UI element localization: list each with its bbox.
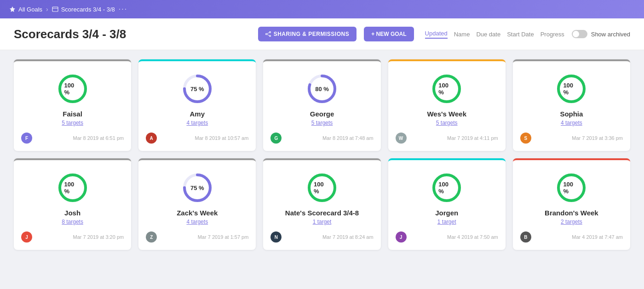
card-targets[interactable]: 8 targets — [62, 219, 83, 225]
card-avatar: A — [146, 133, 157, 144]
page-title: Scorecards 3/4 - 3/8 — [14, 27, 251, 41]
scorecard-card: 100 % Nate's Scorecard 3/4-8 1 target N … — [263, 158, 380, 250]
svg-line-6 — [267, 33, 269, 34]
card-name: Amy — [190, 110, 205, 118]
card-name: Wes's Week — [427, 110, 466, 118]
svg-point-5 — [269, 35, 270, 37]
scorecard-card: 100 % Josh 8 targets J Mar 7 2019 at 3:2… — [14, 158, 131, 250]
new-goal-button[interactable]: + NEW GOAL — [364, 27, 414, 41]
card-targets[interactable]: 5 targets — [311, 120, 333, 126]
top-nav: All Goals › Scorecards 3/4 - 3/8 ··· — [0, 0, 644, 18]
card-avatar: W — [396, 133, 407, 144]
card-date: Mar 8 2019 at 10:57 am — [161, 135, 248, 141]
card-targets[interactable]: 4 targets — [186, 219, 208, 225]
card-avatar: S — [520, 133, 531, 144]
card-targets[interactable]: 2 targets — [561, 219, 582, 225]
svg-point-4 — [265, 34, 267, 35]
card-targets[interactable]: 5 targets — [436, 120, 458, 126]
scorecard-card: 100 % Sophia 4 targets S Mar 7 2019 at 3… — [513, 59, 630, 151]
sort-updated[interactable]: Updated — [425, 30, 448, 39]
cards-grid: 100 % Faisal 5 targets F Mar 8 2019 at 6… — [0, 50, 644, 259]
svg-rect-1 — [52, 7, 58, 12]
card-avatar: J — [396, 231, 407, 243]
all-goals-nav[interactable]: All Goals — [9, 6, 42, 13]
scorecard-card: 100 % Wes's Week 5 targets W Mar 7 2019 … — [388, 59, 506, 151]
page-header: Scorecards 3/4 - 3/8 SHARING & PERMISSIO… — [0, 18, 644, 50]
card-date: Mar 7 2019 at 3:36 pm — [535, 135, 623, 141]
scorecard-card: 80 % George 5 targets G Mar 8 2019 at 7:… — [263, 59, 380, 151]
card-date: Mar 7 2019 at 4:11 pm — [410, 135, 498, 141]
card-name: Faisal — [63, 110, 82, 118]
card-targets[interactable]: 1 target — [313, 219, 332, 225]
card-date: Mar 7 2019 at 3:20 pm — [36, 234, 124, 240]
card-name: Jorgen — [435, 209, 458, 217]
card-date: Mar 4 2019 at 7:50 am — [410, 234, 498, 240]
card-avatar: B — [520, 231, 531, 243]
card-avatar: N — [270, 231, 282, 243]
svg-line-7 — [267, 35, 269, 36]
card-date: Mar 7 2019 at 8:24 am — [285, 234, 373, 240]
card-avatar: J — [21, 231, 32, 243]
card-name: Brandon's Week — [545, 209, 598, 217]
card-targets[interactable]: 1 target — [437, 219, 456, 225]
scorecard-card: 75 % Zack's Week 4 targets Z Mar 7 2019 … — [138, 158, 256, 250]
sort-due-date[interactable]: Due date — [476, 31, 500, 38]
archived-toggle-switch[interactable] — [572, 30, 587, 38]
card-targets[interactable]: 5 targets — [62, 120, 83, 126]
show-archived-toggle[interactable]: Show archived — [572, 30, 630, 38]
card-avatar: F — [21, 133, 32, 144]
card-name: Sophia — [560, 110, 583, 118]
card-targets[interactable]: 4 targets — [186, 120, 208, 126]
scorecard-card: 100 % Jorgen 1 target J Mar 4 2019 at 7:… — [388, 158, 506, 250]
card-date: Mar 8 2019 at 7:48 am — [285, 135, 373, 141]
card-date: Mar 4 2019 at 7:47 am — [535, 234, 623, 240]
scorecard-card: 100 % Brandon's Week 2 targets B Mar 4 2… — [513, 158, 630, 250]
card-name: Zack's Week — [177, 209, 218, 217]
card-avatar: Z — [146, 231, 157, 243]
sort-start-date[interactable]: Start Date — [507, 31, 534, 38]
nav-more-button[interactable]: ··· — [119, 5, 127, 13]
card-targets[interactable]: 4 targets — [561, 120, 582, 126]
card-avatar: G — [270, 133, 282, 144]
scorecard-card: 100 % Faisal 5 targets F Mar 8 2019 at 6… — [14, 59, 131, 151]
card-date: Mar 8 2019 at 6:51 pm — [36, 135, 124, 141]
sharing-permissions-button[interactable]: SHARING & PERMISSIONS — [258, 27, 357, 41]
svg-point-3 — [269, 32, 270, 33]
card-name: Josh — [64, 209, 80, 217]
sort-progress[interactable]: Progress — [540, 31, 564, 38]
card-name: George — [310, 110, 334, 118]
sort-options: Updated Name Due date Start Date Progres… — [425, 30, 564, 39]
card-date: Mar 7 2019 at 1:57 pm — [161, 234, 248, 240]
scorecard-card: 75 % Amy 4 targets A Mar 8 2019 at 10:57… — [138, 59, 256, 151]
svg-marker-0 — [10, 6, 15, 12]
card-name: Nate's Scorecard 3/4-8 — [285, 209, 359, 217]
scorecard-nav[interactable]: Scorecards 3/4 - 3/8 — [52, 6, 115, 13]
sort-name[interactable]: Name — [454, 31, 470, 38]
